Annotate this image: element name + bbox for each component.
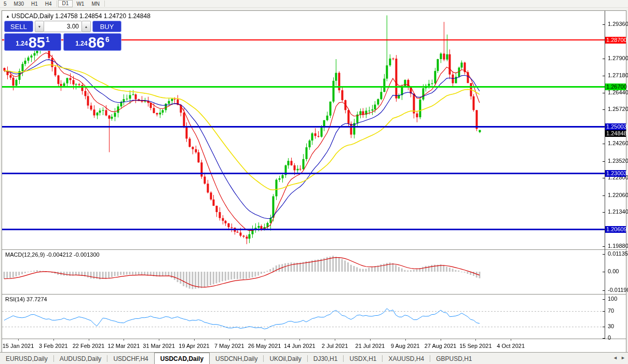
price-tick-label: 1.27180: [608, 72, 628, 78]
sell-price-pip: 1: [46, 35, 50, 44]
price-badge-126700: 1.26700: [605, 83, 626, 90]
toolbar-separator: [104, 1, 105, 7]
price-tick-mark: [603, 93, 605, 93]
macd-tick-mark: [603, 272, 605, 272]
tab-UKOil-Daily[interactable]: UKOil,Daily: [264, 353, 307, 364]
date-label: 4 Oct 2021: [497, 343, 525, 349]
macd-tick-label: 0.00: [608, 268, 619, 274]
price-tick-mark: [603, 178, 605, 178]
price-badge-120609: 1.20609: [605, 226, 626, 233]
tab-USDCNH-Daily[interactable]: USDCNH,Daily: [210, 353, 263, 364]
tab-EURUSD-Daily[interactable]: EURUSD,Daily: [0, 353, 53, 364]
date-tick-mark: [194, 339, 195, 341]
price-badge-124848: 1.24848: [605, 130, 626, 137]
tab-AUDUSD-Daily[interactable]: AUDUSD,Daily: [54, 353, 107, 364]
buy-price-main: 86: [88, 36, 105, 49]
macd-tick-mark: [603, 290, 605, 291]
date-tick-mark: [159, 339, 159, 341]
rsi-tick-label: 70: [608, 307, 614, 314]
date-label: 15 Sep 2021: [459, 343, 492, 349]
timeframe-button-M30[interactable]: M30: [10, 1, 28, 7]
price-tick-mark: [603, 76, 605, 76]
price-tick-mark: [603, 212, 605, 213]
chart-window: ▲ USDCAD,Daily 1.24758 1.24854 1.24720 1…: [2, 10, 626, 353]
tab-XAUUSD-H4[interactable]: XAUUSD,H4: [383, 353, 430, 364]
timeframe-button-5[interactable]: 5: [0, 1, 10, 7]
date-tick-mark: [475, 339, 476, 341]
price-badge-123003: 1.23003: [605, 170, 626, 177]
rsi-tick-mark: [603, 338, 605, 339]
tab-USDX-H1[interactable]: USDX,H1: [344, 353, 382, 364]
date-tick-mark: [335, 339, 335, 341]
tab-GBPUSD-H1[interactable]: GBPUSD,H1: [430, 353, 477, 364]
timeframe-button-MN[interactable]: MN: [88, 1, 103, 7]
sell-price-prefix: 1.24: [16, 40, 28, 47]
toolbar-separator: [57, 1, 57, 7]
tab-USDCHF-H4[interactable]: USDCHF,H4: [107, 353, 154, 364]
date-label: 21 Jul 2021: [356, 343, 385, 349]
price-badge-128700: 1.28700: [605, 37, 626, 44]
macd-tick-label: 0.01135: [608, 250, 628, 257]
timeframe-toolbar: 5M30H1H4D1W1MN: [0, 0, 628, 8]
price-tick-label: 1.29360: [608, 21, 628, 27]
rsi-tick-label: 30: [608, 323, 614, 329]
price-tick-mark: [603, 195, 605, 196]
timeframe-button-D1[interactable]: D1: [58, 0, 73, 7]
volume-increase-button[interactable]: ▲: [81, 21, 91, 32]
tab-scroll-right-icon[interactable]: ►: [621, 355, 625, 360]
buy-price-prefix: 1.24: [75, 40, 87, 47]
tab-USDCAD-Daily[interactable]: USDCAD,Daily: [154, 353, 210, 364]
date-tick-mark: [370, 339, 371, 341]
one-click-trading-panel: SELL ▼ ▲ BUY 1.24 85 1 1.24 86 6: [4, 21, 121, 51]
volume-decrease-button[interactable]: ▼: [35, 21, 44, 32]
date-label: 3 Feb 2021: [39, 343, 68, 349]
date-label: 26 May 2021: [248, 343, 281, 349]
chart-expand-icon[interactable]: ▲: [6, 14, 10, 19]
price-tick-label: 1.21340: [608, 208, 628, 215]
rsi-indicator-canvas[interactable]: [2, 295, 605, 339]
price-tick-mark: [603, 161, 605, 162]
price-tick-mark: [603, 144, 605, 144]
panel-splitter-rsi[interactable]: [2, 294, 626, 295]
rsi-label: RSI(14) 37.7274: [5, 296, 47, 302]
rsi-tick-label: 0: [608, 334, 611, 341]
panel-splitter-macd[interactable]: [2, 249, 626, 250]
date-label: 12 Mar 2021: [108, 343, 140, 349]
date-tick-mark: [441, 339, 441, 341]
date-tick-mark: [299, 339, 300, 341]
buy-price-pip: 6: [105, 35, 110, 44]
date-label: 22 Feb 2021: [73, 343, 105, 349]
date-label: 9 Aug 2021: [391, 343, 420, 349]
timeframe-button-H4[interactable]: H4: [42, 1, 56, 7]
chevron-up-icon: ▲: [85, 25, 88, 29]
price-tick-label: 1.27900: [608, 55, 628, 61]
chevron-down-icon: ▼: [38, 25, 42, 29]
mt4-terminal: 5M30H1H4D1W1MN ▲ USDCAD,Daily 1.24758 1.…: [0, 0, 628, 364]
date-tick-mark: [89, 339, 89, 341]
sell-button[interactable]: SELL: [4, 21, 33, 32]
tab-DJ30-H1[interactable]: DJ30,H1: [308, 353, 344, 364]
chart-symbol-period: USDCAD,Daily: [11, 12, 53, 20]
rsi-tick-mark: [603, 299, 605, 300]
date-label: 31 Mar 2021: [143, 343, 175, 349]
buy-price-display[interactable]: 1.24 86 6: [63, 33, 121, 51]
volume-input[interactable]: [44, 21, 81, 32]
date-label: 19 Apr 2021: [179, 343, 209, 349]
timeframe-button-W1[interactable]: W1: [73, 1, 88, 7]
price-tick-mark: [603, 59, 605, 59]
buy-button[interactable]: BUY: [92, 21, 121, 32]
macd-tick-label: -0.011904: [608, 287, 628, 293]
date-label: 14 Jun 2021: [284, 343, 316, 349]
timeframe-button-H1[interactable]: H1: [28, 1, 42, 7]
price-tick-mark: [603, 109, 605, 110]
price-tick-mark: [603, 246, 605, 247]
tab-scroll-left-icon[interactable]: ◄: [613, 355, 618, 360]
date-tick-mark: [511, 339, 511, 341]
chart-title: ▲ USDCAD,Daily 1.24758 1.24854 1.24720 1…: [6, 12, 151, 20]
sell-price-display[interactable]: 1.24 85 1: [4, 33, 61, 51]
date-tick-mark: [124, 339, 124, 341]
rsi-tick-label: 100: [608, 296, 617, 302]
macd-tick-mark: [603, 254, 605, 255]
date-tick-mark: [405, 339, 406, 341]
time-axis-border: [2, 339, 626, 339]
